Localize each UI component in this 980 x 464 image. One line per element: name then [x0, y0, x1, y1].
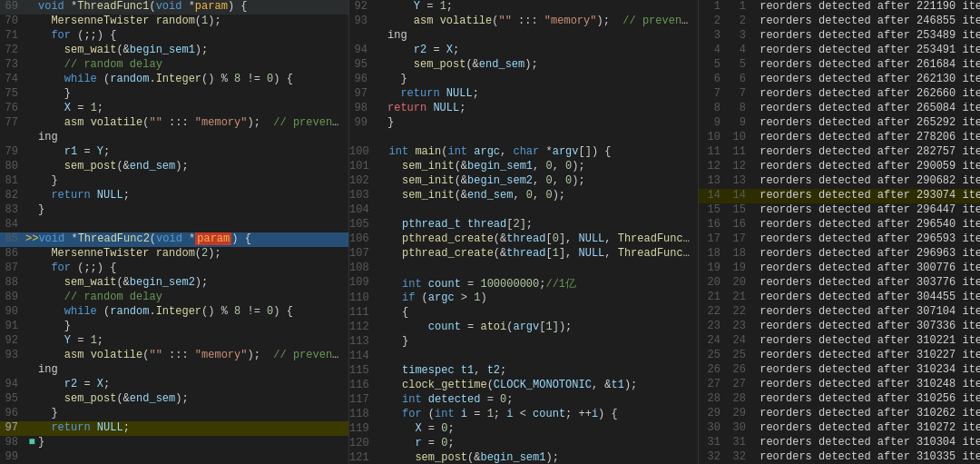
m-line-106: 106 pthread_create(&thread[0], NULL, Thr… — [349, 232, 698, 247]
m-line-102: 102 sem_init(&begin_sem2, 0, 0); — [349, 174, 698, 189]
output-line-num2: 14 — [728, 189, 753, 203]
output-line-num1: 22 — [702, 305, 728, 320]
code-line-80: 81 } — [0, 174, 348, 189]
m-line-114: 114 — [349, 350, 698, 364]
output-line-num1: 6 — [702, 73, 728, 87]
output-line-num1: 23 — [702, 320, 728, 334]
output-line-num2: 30 — [728, 421, 753, 436]
output-line-num1: 25 — [702, 349, 728, 363]
m-line-116: 116 clock_gettime(CLOCK_MONOTONIC, &t1); — [349, 379, 698, 393]
code-line-69: 69 void *ThreadFunc1(void *param) { — [0, 0, 348, 15]
output-line-num1: 3 — [702, 29, 728, 44]
output-line-num2: 3 — [728, 29, 753, 44]
middle-code[interactable]: 92 Y = 1; 93 asm volatile("" ::: "memory… — [349, 0, 698, 464]
output-line: 2020 reorders detected after 303776 iter… — [699, 276, 980, 291]
output-line-text: reorders detected after 310335 iteration… — [753, 450, 980, 464]
output-line-text: reorders detected after 262660 iteration… — [753, 87, 980, 102]
output-line: 99 reorders detected after 265292 iterat… — [699, 116, 980, 131]
m-line-97: 97 return NULL; — [349, 87, 698, 102]
output-line-num1: 15 — [702, 203, 728, 218]
m-line-105: 105 pthread_t thread[2]; — [349, 218, 698, 232]
output-line-num1: 19 — [702, 262, 728, 276]
m-line-120: 120 r = 0; — [349, 437, 698, 451]
output-line-num1: 24 — [702, 334, 728, 349]
output-line: 55 reorders detected after 261684 iterat… — [699, 58, 980, 73]
m-line-92: 92 Y = 1; — [349, 0, 698, 15]
output-line-num1: 11 — [702, 145, 728, 160]
code-line-90: 90 while (random.Integer() % 8 != 0) { — [0, 305, 348, 320]
output-line-num2: 18 — [728, 247, 753, 262]
output-line-text: reorders detected after 310272 iteration… — [753, 421, 980, 436]
output-line-num1: 30 — [702, 421, 728, 436]
output-line-num1: 14 — [702, 189, 728, 203]
code-line-86: 86 MersenneTwister random(2); — [0, 247, 348, 262]
m-line-109: 109 int count = 100000000;//1亿 — [349, 276, 698, 291]
m-line-94: 94 r2 = X; — [349, 44, 698, 58]
output-line: 2525 reorders detected after 310227 iter… — [699, 349, 980, 363]
output-line: 77 reorders detected after 262660 iterat… — [699, 87, 980, 102]
output-line: 2222 reorders detected after 307104 iter… — [699, 305, 980, 320]
code-line-91: 91 } — [0, 320, 348, 334]
code-line-71: 71 for (;;) { — [0, 29, 348, 44]
output-line-num1: 21 — [702, 291, 728, 305]
output-line: 88 reorders detected after 265084 iterat… — [699, 102, 980, 116]
output-line-num2: 22 — [728, 305, 753, 320]
output-line-text: reorders detected after 253491 iteration… — [753, 44, 980, 58]
output-line-text: reorders detected after 300776 iteration… — [753, 262, 980, 276]
output-line-num1: 26 — [702, 363, 728, 378]
code-line-94: 94 r2 = X; — [0, 378, 348, 392]
output-line-num2: 1 — [728, 0, 753, 15]
code-line-88: 88 sem_wait(&begin_sem2); — [0, 276, 348, 291]
output-line-num1: 28 — [702, 392, 728, 407]
output-line-num1: 31 — [702, 436, 728, 450]
output-line-text: reorders detected after 265292 iteration… — [753, 116, 980, 131]
code-line-72: 72 sem_wait(&begin_sem1); — [0, 44, 348, 58]
output-line-num2: 6 — [728, 73, 753, 87]
output-line-text: reorders detected after 296540 iteration… — [753, 218, 980, 232]
m-line-93: 93 asm volatile("" ::: "memory"); // pre… — [349, 15, 698, 29]
output-line-num2: 31 — [728, 436, 753, 450]
output-line-num1: 27 — [702, 378, 728, 392]
output-line-text: reorders detected after 296447 iteration… — [753, 203, 980, 218]
output-line-text: reorders detected after 307104 iteration… — [753, 305, 980, 320]
output-line-num2: 2 — [728, 15, 753, 29]
output-line: 1010 reorders detected after 278206 iter… — [699, 131, 980, 145]
code-line-93: 93 asm volatile("" ::: "memory"); // pre… — [0, 349, 348, 363]
output-line-num2: 10 — [728, 131, 753, 145]
output-line-text: reorders detected after 253489 iteration… — [753, 29, 980, 44]
output-line-num2: 9 — [728, 116, 753, 131]
output-line-text: reorders detected after 310262 iteration… — [753, 407, 980, 421]
code-line-77b: ing — [0, 131, 348, 145]
output-line-text: reorders detected after 296593 iteration… — [753, 232, 980, 247]
output-line: 1515 reorders detected after 296447 iter… — [699, 203, 980, 218]
m-line-121: 121 sem_post(&begin_sem1); — [349, 451, 698, 464]
code-line-77: 77 asm volatile("" ::: "memory"); // pre… — [0, 116, 348, 131]
output-line-num1: 16 — [702, 218, 728, 232]
code-line-95: 95 sem_post(&end_sem); — [0, 392, 348, 407]
output-line-text: reorders detected after 265084 iteration… — [753, 102, 980, 116]
code-line-76: 76 X = 1; — [0, 102, 348, 116]
output-line: 1717 reorders detected after 296593 iter… — [699, 232, 980, 247]
right-pane: 11 reorders detected after 221190 iterat… — [699, 0, 980, 464]
output-line: 2626 reorders detected after 310234 iter… — [699, 363, 980, 378]
output-line-num1: 20 — [702, 276, 728, 291]
output-line-num2: 24 — [728, 334, 753, 349]
code-line-75: 75 } — [0, 87, 348, 102]
output-line-text: reorders detected after 310227 iteration… — [753, 349, 980, 363]
output-line-num2: 21 — [728, 291, 753, 305]
output-line: 66 reorders detected after 262130 iterat… — [699, 73, 980, 87]
output-line-text: reorders detected after 261684 iteration… — [753, 58, 980, 73]
output-line: 1414 reorders detected after 293074 iter… — [699, 189, 980, 203]
output-line-num2: 23 — [728, 320, 753, 334]
output-pane[interactable]: 11 reorders detected after 221190 iterat… — [699, 0, 980, 464]
output-line-text: reorders detected after 307336 iteration… — [753, 320, 980, 334]
output-line: 2828 reorders detected after 310256 iter… — [699, 392, 980, 407]
output-line-num2: 16 — [728, 218, 753, 232]
m-line-95: 95 sem_post(&end_sem); — [349, 58, 698, 73]
m-line-108: 108 — [349, 262, 698, 276]
code-line-73: 73 // random delay — [0, 58, 348, 73]
output-line: 2323 reorders detected after 307336 iter… — [699, 320, 980, 334]
output-line: 3131 reorders detected after 310304 iter… — [699, 436, 980, 450]
output-line-num2: 5 — [728, 58, 753, 73]
left-code[interactable]: 69 void *ThreadFunc1(void *param) { 70 M… — [0, 0, 348, 464]
